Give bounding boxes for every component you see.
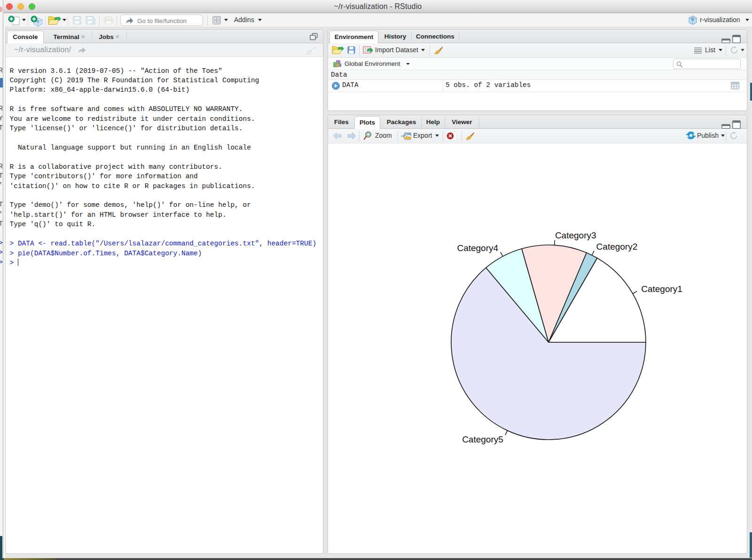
svg-text:Category2: Category2 xyxy=(596,242,638,252)
svg-text:Category3: Category3 xyxy=(555,230,596,240)
svg-text:Category1: Category1 xyxy=(641,284,682,294)
svg-text:R: R xyxy=(691,17,695,22)
svg-text:Category4: Category4 xyxy=(457,243,498,253)
svg-text:Category5: Category5 xyxy=(462,434,503,444)
